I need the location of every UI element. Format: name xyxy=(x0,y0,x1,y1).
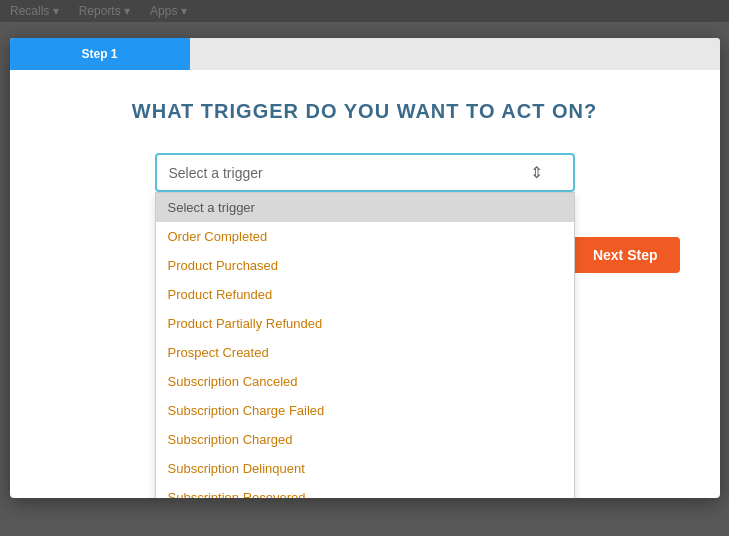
dropdown-item[interactable]: Subscription Charge Failed xyxy=(156,396,574,425)
modal-overlay: Step 1 WHAT TRIGGER DO YOU WANT TO ACT O… xyxy=(0,0,729,536)
dropdown-item[interactable]: Subscription Canceled xyxy=(156,367,574,396)
dropdown-item[interactable]: Subscription Delinquent xyxy=(156,454,574,483)
trigger-select[interactable]: Select a trigger ⇕ xyxy=(155,153,575,192)
dropdown-item[interactable]: Product Partially Refunded xyxy=(156,309,574,338)
modal-title: WHAT TRIGGER DO YOU WANT TO ACT ON? xyxy=(50,100,680,123)
dropdown-item[interactable]: Order Completed xyxy=(156,222,574,251)
dropdown-item[interactable]: Subscription Charged xyxy=(156,425,574,454)
next-step-button[interactable]: Next Step xyxy=(571,237,680,273)
dropdown-item[interactable]: Prospect Created xyxy=(156,338,574,367)
select-wrapper: Select a trigger ⇕ Select a triggerOrder… xyxy=(155,153,575,192)
progress-bar-fill: Step 1 xyxy=(10,38,190,70)
dropdown-item[interactable]: Select a trigger xyxy=(156,193,574,222)
progress-bar-label: Step 1 xyxy=(81,47,117,61)
modal-body: WHAT TRIGGER DO YOU WANT TO ACT ON? Sele… xyxy=(10,70,720,212)
progress-bar-container: Step 1 xyxy=(10,38,720,70)
modal: Step 1 WHAT TRIGGER DO YOU WANT TO ACT O… xyxy=(10,38,720,498)
dropdown-item[interactable]: Product Purchased xyxy=(156,251,574,280)
dropdown-item[interactable]: Subscription Recovered xyxy=(156,483,574,498)
dropdown-list[interactable]: Select a triggerOrder CompletedProduct P… xyxy=(155,192,575,498)
chevron-down-icon: ⇕ xyxy=(530,163,543,182)
trigger-select-text: Select a trigger xyxy=(169,165,263,181)
dropdown-item[interactable]: Product Refunded xyxy=(156,280,574,309)
